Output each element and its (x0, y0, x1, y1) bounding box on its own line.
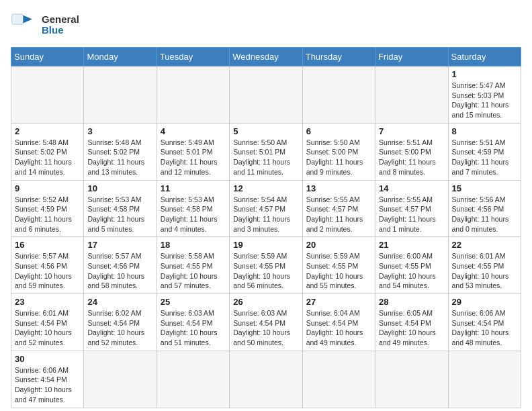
calendar-cell (157, 351, 229, 408)
day-number: 29 (452, 297, 517, 307)
day-info: Sunrise: 5:55 AM Sunset: 4:57 PM Dayligh… (379, 195, 444, 234)
day-info: Sunrise: 5:49 AM Sunset: 5:01 PM Dayligh… (161, 138, 226, 177)
week-row-3: 9Sunrise: 5:52 AM Sunset: 4:59 PM Daylig… (11, 180, 521, 237)
day-number: 2 (15, 126, 80, 136)
day-number: 19 (233, 240, 298, 250)
calendar-cell: 27Sunrise: 6:04 AM Sunset: 4:54 PM Dayli… (302, 294, 375, 351)
day-info: Sunrise: 5:57 AM Sunset: 4:56 PM Dayligh… (15, 251, 80, 291)
day-number: 18 (161, 240, 226, 250)
day-number: 3 (87, 126, 152, 136)
day-of-week-saturday: Saturday (448, 48, 521, 66)
calendar-cell: 16Sunrise: 5:57 AM Sunset: 4:56 PM Dayli… (11, 237, 84, 294)
day-number: 21 (379, 240, 444, 250)
day-number: 30 (15, 354, 80, 364)
calendar-cell: 17Sunrise: 5:57 AM Sunset: 4:56 PM Dayli… (84, 237, 157, 294)
calendar-cell: 14Sunrise: 5:55 AM Sunset: 4:57 PM Dayli… (375, 180, 448, 237)
day-info: Sunrise: 5:59 AM Sunset: 4:55 PM Dayligh… (233, 251, 298, 291)
day-number: 7 (379, 126, 444, 136)
calendar-cell: 1Sunrise: 5:47 AM Sunset: 5:03 PM Daylig… (448, 66, 521, 124)
calendar-cell (375, 66, 448, 124)
day-info: Sunrise: 5:51 AM Sunset: 4:59 PM Dayligh… (452, 138, 517, 177)
day-info: Sunrise: 5:48 AM Sunset: 5:02 PM Dayligh… (87, 138, 152, 177)
day-info: Sunrise: 5:48 AM Sunset: 5:02 PM Dayligh… (15, 138, 80, 177)
calendar-cell: 28Sunrise: 6:05 AM Sunset: 4:54 PM Dayli… (375, 294, 448, 351)
day-number: 28 (379, 297, 444, 307)
calendar-cell (230, 351, 302, 408)
day-number: 16 (15, 240, 80, 250)
day-of-week-friday: Friday (375, 48, 448, 66)
day-number: 13 (306, 183, 371, 193)
calendar-cell: 22Sunrise: 6:01 AM Sunset: 4:55 PM Dayli… (448, 237, 521, 294)
calendar-cell: 7Sunrise: 5:51 AM Sunset: 5:00 PM Daylig… (375, 123, 448, 180)
logo-general-text: General (42, 14, 79, 26)
calendar-cell: 21Sunrise: 6:00 AM Sunset: 4:55 PM Dayli… (375, 237, 448, 294)
calendar-cell: 13Sunrise: 5:55 AM Sunset: 4:57 PM Dayli… (302, 180, 375, 237)
calendar-cell (302, 66, 375, 124)
week-row-4: 16Sunrise: 5:57 AM Sunset: 4:56 PM Dayli… (11, 237, 521, 294)
day-number: 27 (306, 297, 371, 307)
calendar-cell: 23Sunrise: 6:01 AM Sunset: 4:54 PM Dayli… (11, 294, 84, 351)
week-row-6: 30Sunrise: 6:06 AM Sunset: 4:54 PM Dayli… (11, 351, 521, 408)
day-number: 14 (379, 183, 444, 193)
svg-marker-1 (23, 15, 32, 24)
day-info: Sunrise: 5:50 AM Sunset: 5:00 PM Dayligh… (306, 138, 371, 177)
calendar-cell: 4Sunrise: 5:49 AM Sunset: 5:01 PM Daylig… (157, 123, 229, 180)
day-number: 17 (87, 240, 152, 250)
day-info: Sunrise: 6:01 AM Sunset: 4:55 PM Dayligh… (452, 251, 517, 291)
calendar-cell: 25Sunrise: 6:03 AM Sunset: 4:54 PM Dayli… (157, 294, 229, 351)
logo: General Blue (11, 11, 79, 39)
calendar-cell: 3Sunrise: 5:48 AM Sunset: 5:02 PM Daylig… (84, 123, 157, 180)
calendar-table: SundayMondayTuesdayWednesdayThursdayFrid… (11, 47, 521, 408)
day-info: Sunrise: 6:01 AM Sunset: 4:54 PM Dayligh… (15, 308, 80, 348)
day-info: Sunrise: 6:05 AM Sunset: 4:54 PM Dayligh… (379, 308, 444, 348)
day-number: 25 (161, 297, 226, 307)
calendar-cell (11, 66, 84, 124)
day-info: Sunrise: 6:03 AM Sunset: 4:54 PM Dayligh… (161, 308, 226, 348)
calendar-cell: 11Sunrise: 5:53 AM Sunset: 4:58 PM Dayli… (157, 180, 229, 237)
calendar-cell: 5Sunrise: 5:50 AM Sunset: 5:01 PM Daylig… (230, 123, 302, 180)
day-info: Sunrise: 5:53 AM Sunset: 4:58 PM Dayligh… (87, 195, 152, 234)
day-info: Sunrise: 6:06 AM Sunset: 4:54 PM Dayligh… (452, 308, 517, 348)
day-number: 9 (15, 183, 80, 193)
day-of-week-monday: Monday (84, 48, 157, 66)
day-info: Sunrise: 6:00 AM Sunset: 4:55 PM Dayligh… (379, 251, 444, 291)
day-number: 5 (233, 126, 298, 136)
calendar-cell (84, 351, 157, 408)
week-row-2: 2Sunrise: 5:48 AM Sunset: 5:02 PM Daylig… (11, 123, 521, 180)
svg-rect-0 (12, 14, 24, 24)
calendar-cell: 15Sunrise: 5:56 AM Sunset: 4:56 PM Dayli… (448, 180, 521, 237)
day-number: 1 (452, 69, 517, 79)
day-number: 11 (161, 183, 226, 193)
logo-svg (11, 11, 39, 39)
day-number: 4 (161, 126, 226, 136)
calendar-cell: 12Sunrise: 5:54 AM Sunset: 4:57 PM Dayli… (230, 180, 302, 237)
header: General Blue (11, 11, 521, 39)
day-number: 22 (452, 240, 517, 250)
calendar-header: SundayMondayTuesdayWednesdayThursdayFrid… (11, 48, 521, 66)
day-info: Sunrise: 6:03 AM Sunset: 4:54 PM Dayligh… (233, 308, 298, 348)
day-number: 26 (233, 297, 298, 307)
week-row-1: 1Sunrise: 5:47 AM Sunset: 5:03 PM Daylig… (11, 66, 521, 124)
day-info: Sunrise: 5:55 AM Sunset: 4:57 PM Dayligh… (306, 195, 371, 234)
day-of-week-thursday: Thursday (302, 48, 375, 66)
calendar-cell: 29Sunrise: 6:06 AM Sunset: 4:54 PM Dayli… (448, 294, 521, 351)
calendar-cell: 2Sunrise: 5:48 AM Sunset: 5:02 PM Daylig… (11, 123, 84, 180)
day-info: Sunrise: 5:47 AM Sunset: 5:03 PM Dayligh… (452, 81, 517, 120)
calendar-cell (302, 351, 375, 408)
day-info: Sunrise: 6:02 AM Sunset: 4:54 PM Dayligh… (87, 308, 152, 348)
calendar-cell (230, 66, 302, 124)
day-number: 23 (15, 297, 80, 307)
day-number: 6 (306, 126, 371, 136)
day-info: Sunrise: 5:58 AM Sunset: 4:55 PM Dayligh… (161, 251, 226, 291)
calendar-cell: 26Sunrise: 6:03 AM Sunset: 4:54 PM Dayli… (230, 294, 302, 351)
day-number: 8 (452, 126, 517, 136)
calendar-cell: 18Sunrise: 5:58 AM Sunset: 4:55 PM Dayli… (157, 237, 229, 294)
day-of-week-wednesday: Wednesday (230, 48, 302, 66)
day-info: Sunrise: 5:56 AM Sunset: 4:56 PM Dayligh… (452, 195, 517, 234)
calendar-cell (448, 351, 521, 408)
days-of-week-row: SundayMondayTuesdayWednesdayThursdayFrid… (11, 48, 521, 66)
calendar-cell (84, 66, 157, 124)
calendar-cell (375, 351, 448, 408)
calendar-cell: 10Sunrise: 5:53 AM Sunset: 4:58 PM Dayli… (84, 180, 157, 237)
calendar-cell (157, 66, 229, 124)
